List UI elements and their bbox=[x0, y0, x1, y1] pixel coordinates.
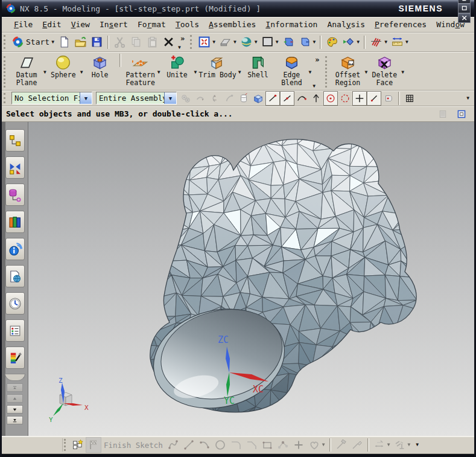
selection-filter-combo[interactable]: No Selection Fi ▼ bbox=[11, 92, 92, 104]
display-mode-button[interactable]: ▼ bbox=[217, 34, 238, 51]
finish-sketch-flag-button bbox=[86, 437, 101, 453]
offset-region-button[interactable]: Offset Region bbox=[331, 54, 365, 88]
pattern-curve-dropdown-arrow[interactable]: ▼ bbox=[322, 443, 325, 447]
menu-insert[interactable]: Insert bbox=[95, 18, 133, 31]
start-menu-dropdown-arrow[interactable]: ▼ bbox=[51, 40, 54, 45]
general-object-snap-button[interactable] bbox=[236, 91, 251, 106]
reuse-library-tab[interactable] bbox=[5, 211, 25, 233]
display-mode-dropdown-arrow[interactable]: ▼ bbox=[233, 40, 236, 45]
view-layout-button[interactable]: ▼ bbox=[297, 34, 318, 51]
constraint-navigator-tab[interactable] bbox=[5, 156, 25, 179]
snap-existing-point-button[interactable] bbox=[367, 91, 381, 106]
selection-scope-dropdown[interactable]: ▼ bbox=[164, 92, 176, 104]
menu-file[interactable]: File bbox=[9, 18, 37, 31]
background-color-button[interactable]: ▼ bbox=[259, 34, 281, 51]
snap-quadrant-point-button[interactable] bbox=[338, 91, 352, 106]
hd3d-tools-tab[interactable] bbox=[5, 238, 25, 260]
visualization-properties-tab[interactable] bbox=[5, 347, 25, 369]
delete-face-dropdown-arrow[interactable]: ▼ bbox=[401, 69, 404, 75]
menu-tools[interactable]: Tools bbox=[171, 18, 204, 31]
menu-preferences[interactable]: Preferences bbox=[370, 18, 431, 31]
menu-view[interactable]: View bbox=[66, 18, 95, 31]
part-navigator-tab[interactable] bbox=[5, 184, 25, 206]
open-file-button[interactable] bbox=[72, 34, 89, 51]
datum-plane-button[interactable]: Datum Plane bbox=[10, 54, 43, 88]
dock-icon bbox=[438, 109, 448, 119]
measure-distance-button[interactable]: ▼ bbox=[389, 34, 410, 51]
snap-end-point-button[interactable] bbox=[265, 91, 280, 106]
maximize-button[interactable] bbox=[458, 4, 471, 13]
toolbar-overflow-button[interactable]: » bbox=[178, 34, 187, 43]
geometric-constraints-dropdown-arrow[interactable]: ▼ bbox=[408, 443, 411, 447]
toolbar-options-arrow[interactable]: ▼ bbox=[313, 84, 322, 89]
start-menu-button[interactable]: Start▼ bbox=[10, 34, 56, 51]
history-tab[interactable] bbox=[5, 292, 25, 315]
delete-button[interactable] bbox=[160, 34, 177, 51]
delete-face-button[interactable]: Delete Face bbox=[367, 54, 401, 88]
toolbar-grip[interactable] bbox=[190, 35, 194, 49]
sphere-button[interactable]: Sphere bbox=[46, 54, 80, 80]
selection-bar-options-arrow[interactable]: ▼ bbox=[466, 96, 474, 101]
save-file-button[interactable] bbox=[89, 34, 105, 51]
shell-button[interactable]: Shell bbox=[241, 54, 274, 80]
viewport-canvas[interactable]: ZC XC YC Z X Y bbox=[28, 122, 474, 436]
measure-distance-dropdown-arrow[interactable]: ▼ bbox=[405, 40, 408, 45]
pattern-feature-button[interactable]: Pattern Feature bbox=[124, 54, 157, 88]
visualization-palette-button[interactable] bbox=[324, 34, 340, 51]
menu-analysis[interactable]: Analysis bbox=[322, 18, 370, 31]
menu-help[interactable]: Help bbox=[469, 18, 476, 31]
trim-body-button[interactable]: Trim Body bbox=[197, 54, 238, 80]
edge-blend-button[interactable]: Edge Blend bbox=[274, 54, 308, 88]
snap-tangent-point-button[interactable] bbox=[294, 91, 309, 106]
web-browser-tab[interactable] bbox=[5, 265, 25, 287]
snap-arc-center-button[interactable] bbox=[323, 91, 338, 106]
background-color-dropdown-arrow[interactable]: ▼ bbox=[276, 40, 279, 45]
snap-point-on-curve-button[interactable] bbox=[280, 91, 294, 106]
render-style-button[interactable]: ▼ bbox=[238, 34, 259, 51]
new-file-button[interactable] bbox=[56, 34, 72, 51]
toolbar-grip[interactable] bbox=[325, 56, 329, 88]
selection-scope-combo[interactable]: Entire Assembly ▼ bbox=[96, 92, 177, 104]
snap-point-on-face-button[interactable] bbox=[381, 91, 396, 106]
sketch-in-task-env-button[interactable] bbox=[70, 437, 86, 453]
sketch-toolbar-options-arrow[interactable]: ▼ bbox=[416, 443, 419, 447]
menu-format[interactable]: Format bbox=[133, 18, 171, 31]
graphics-window[interactable]: ZC XC YC Z X Y bbox=[28, 122, 474, 436]
toolbar-overflow: »▼ bbox=[177, 33, 188, 51]
toolbar-options-arrow[interactable]: ▼ bbox=[178, 45, 187, 50]
toolbar-grip[interactable] bbox=[4, 56, 8, 88]
assembly-constraints-dropdown-arrow[interactable]: ▼ bbox=[384, 40, 387, 45]
menu-information[interactable]: Information bbox=[261, 18, 322, 31]
show-and-hide-dropdown-arrow[interactable]: ▼ bbox=[357, 40, 360, 45]
snap-vertex-button[interactable] bbox=[309, 91, 323, 106]
toolbar-grip[interactable] bbox=[4, 93, 8, 103]
menu-window[interactable]: Window bbox=[431, 18, 469, 31]
clipwin-icon bbox=[457, 109, 466, 119]
snap-intersection-button[interactable] bbox=[352, 91, 367, 106]
clip-section-window-button[interactable] bbox=[454, 108, 469, 120]
assembly-constraints-button[interactable]: ▼ bbox=[368, 34, 389, 51]
selection-filter-dropdown[interactable]: ▼ bbox=[80, 92, 92, 104]
nx-application-window: NX 8.5 - Modeling - [stl-step_step.prt (… bbox=[0, 0, 476, 457]
fit-view-button[interactable]: ▼ bbox=[196, 34, 217, 51]
unite-button[interactable]: Unite bbox=[160, 54, 194, 80]
toolbar-grip[interactable] bbox=[64, 439, 68, 451]
show-and-hide-button[interactable]: ▼ bbox=[340, 34, 361, 51]
rapid-dimension-dropdown-arrow[interactable]: ▼ bbox=[387, 443, 390, 447]
hole-button[interactable]: Hole bbox=[83, 54, 117, 80]
menu-assemblies[interactable]: Assemblies bbox=[204, 18, 261, 31]
scroll-to-bottom-button[interactable] bbox=[7, 416, 23, 424]
toolbar-grip[interactable] bbox=[4, 35, 8, 49]
menu-edit[interactable]: Edit bbox=[37, 18, 66, 31]
scroll-down-button[interactable] bbox=[7, 405, 23, 414]
view-layout-dropdown-arrow[interactable]: ▼ bbox=[313, 40, 316, 45]
snap-grid-button[interactable] bbox=[402, 91, 417, 106]
assembly-navigator-tab[interactable] bbox=[5, 129, 25, 152]
process-studio-tab[interactable] bbox=[5, 319, 25, 342]
render-style-dropdown-arrow[interactable]: ▼ bbox=[255, 40, 258, 45]
pattern-feature-group: Pattern Feature▼ bbox=[124, 54, 160, 88]
work-part-snap-button[interactable] bbox=[251, 91, 265, 106]
new-view-window-button[interactable] bbox=[281, 34, 297, 51]
toolbar-overflow-button[interactable]: » bbox=[313, 55, 322, 65]
fit-view-dropdown-arrow[interactable]: ▼ bbox=[212, 40, 215, 45]
